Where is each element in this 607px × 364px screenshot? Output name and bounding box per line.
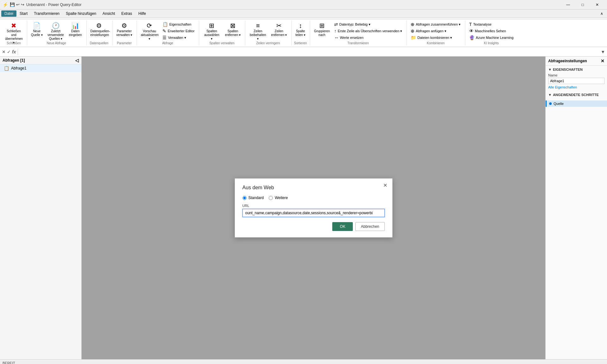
abfragen-anfuegen-button[interactable]: ⊕ Abfragen anfügen ▾ <box>409 28 463 34</box>
eigenschaften-button[interactable]: 📋 Eigenschaften <box>161 21 196 27</box>
textanalyse-icon: T <box>469 22 472 27</box>
close-button[interactable]: ✕ <box>590 0 604 9</box>
maschinelles-sehen-button[interactable]: 👁 Maschinelles Sehen <box>467 28 515 34</box>
radio-weitere[interactable] <box>269 196 273 200</box>
datentyp-icon: ⇄ <box>334 22 338 27</box>
menu-item-extras[interactable]: Extras <box>118 10 135 17</box>
parameter-verwalten-button[interactable]: ⚙ Parameterverwalten ▾ <box>114 21 134 40</box>
gruppieren-button[interactable]: ⊞ Gruppierennach <box>312 21 332 40</box>
zeilen-entfernen-icon: ✂ <box>276 22 282 29</box>
right-panel-close-icon[interactable]: ✕ <box>601 58 604 64</box>
dateien-kombinieren-button[interactable]: 📁 Dateien kombinieren ▾ <box>409 34 463 41</box>
eigenschaften-icon: 📋 <box>162 22 168 27</box>
dateien-icon: 📁 <box>411 35 416 40</box>
group-label-neue-abfrage: Neue Abfrage <box>29 41 84 45</box>
app-logo-icon: ⚡ <box>3 2 8 7</box>
spalten-entfernen-button[interactable]: ⊠ Spaltenentfernen ▾ <box>223 21 242 40</box>
step-dot-icon <box>549 102 552 105</box>
eigenschaften-title: ▼ EIGENSCHAFTEN <box>548 68 604 71</box>
transformieren-col: ⇄ Datentyp: Beliebig ▾ ↑ Erste Zeile als… <box>332 21 404 41</box>
abfragen-zusammenfuehren-button[interactable]: ⊕ Abfragen zusammenführen ▾ <box>409 21 463 27</box>
save-icon[interactable]: 💾 <box>10 2 15 7</box>
formula-fx-icon[interactable]: fx <box>12 49 16 54</box>
ribbon: ✖ Schließen undübernehmen ▾ Schließen 📄 … <box>0 18 607 47</box>
radio-standard-label[interactable]: Standard <box>242 196 264 200</box>
menu-item-spalte[interactable]: Spalte hinzufügen <box>63 10 99 17</box>
azure-ml-button[interactable]: 🔮 Azure Machine Learning <box>467 34 515 41</box>
spalte-teilen-button[interactable]: ↕ Spalteteilen ▾ <box>294 21 308 40</box>
ribbon-group-inner-parameter: ⚙ Parameterverwalten ▾ <box>114 21 134 41</box>
verwalten-icon: ☰ <box>162 35 167 40</box>
ribbon-group-parameter: ⚙ Parameterverwalten ▾ Parameter <box>113 21 137 46</box>
ribbon-group-inner-spalten: ⊞ Spaltenauswählen ▾ ⊠ Spaltenentfernen … <box>201 21 242 41</box>
menu-item-datei[interactable]: Datei <box>1 10 16 17</box>
azure-ml-icon: 🔮 <box>469 35 475 40</box>
title-bar-icons: 💾 ↩ ↪ <box>10 2 24 7</box>
modal-close-button[interactable]: ✕ <box>381 181 390 190</box>
werte-ersetzen-label: Werte ersetzen <box>340 36 363 39</box>
gruppieren-label: Gruppierennach <box>314 29 330 37</box>
redo-icon[interactable]: ↪ <box>21 2 24 7</box>
anfuegen-label: Abfragen anfügen ▾ <box>416 29 446 33</box>
textanalyse-button[interactable]: T Textanalyse <box>467 21 515 27</box>
right-panel-header: Abfrageeinstellungen ✕ <box>546 57 607 66</box>
menu-item-hilfe[interactable]: Hilfe <box>135 10 149 17</box>
modal-title: Aus dem Web <box>242 185 385 191</box>
maximize-button[interactable]: □ <box>575 0 590 9</box>
minimize-button[interactable]: — <box>561 0 575 9</box>
werte-ersetzen-button[interactable]: ↔ Werte ersetzen <box>332 34 404 41</box>
modal-overlay: ✕ Aus dem Web Standard Weitere URL OK <box>82 57 545 359</box>
daten-eingeben-label: Dateneingeben <box>69 29 82 37</box>
menu-item-start[interactable]: Start <box>16 10 31 17</box>
parameter-icon: ⚙ <box>121 22 127 29</box>
collapse-ribbon-button[interactable]: ∧ <box>598 11 606 16</box>
zeilen-beibehalten-button[interactable]: ≡ Zeilenbeibehalten ▾ <box>247 21 268 40</box>
erste-zeile-button[interactable]: ↑ Erste Zeile als Überschriften verwende… <box>332 28 404 34</box>
spalten-auswaehlen-label: Spaltenauswählen ▾ <box>203 29 220 41</box>
modal-dialog: ✕ Aus dem Web Standard Weitere URL OK <box>235 178 393 238</box>
right-panel: Abfrageeinstellungen ✕ ▼ EIGENSCHAFTEN N… <box>545 57 607 359</box>
formula-expand-icon[interactable]: ▼ <box>601 49 605 54</box>
menu-item-transformieren[interactable]: Transformieren <box>31 10 63 17</box>
datentyp-button[interactable]: ⇄ Datentyp: Beliebig ▾ <box>332 21 404 27</box>
daten-eingeben-button[interactable]: 📊 Dateneingeben <box>67 21 84 40</box>
alle-eigenschaften-link[interactable]: Alle Eigenschaften <box>548 85 604 89</box>
spalte-teilen-label: Spalteteilen ▾ <box>296 29 306 37</box>
verwalten-button[interactable]: ☰ Verwalten ▾ <box>161 34 196 41</box>
erweiterter-editor-icon: ✎ <box>162 28 166 33</box>
sidebar-item-abfrage1[interactable]: 📋 Abfrage1 <box>0 64 81 72</box>
url-input[interactable] <box>242 209 385 217</box>
content-area: ✕ Aus dem Web Standard Weitere URL OK <box>82 57 545 359</box>
vorschau-button[interactable]: ⟳ Vorschauaktualisieren ▾ <box>139 21 160 40</box>
formula-cancel-icon[interactable]: ✕ <box>2 49 6 54</box>
zuletzt-button[interactable]: 🕐 Zuletzt verwendeteQuellen ▾ <box>45 21 66 40</box>
radio-standard[interactable] <box>242 196 247 200</box>
sidebar-collapse-icon[interactable]: ◁ <box>75 58 79 63</box>
formula-confirm-icon[interactable]: ✓ <box>7 49 11 54</box>
erweiterter-editor-button[interactable]: ✎ Erweiterter Editor <box>161 28 196 34</box>
ribbon-group-inner-sortieren: ↕ Spalteteilen ▾ <box>294 21 308 41</box>
cancel-button[interactable]: Abbrechen <box>355 222 384 231</box>
schliessen-button[interactable]: ✖ Schließen undübernehmen ▾ <box>3 21 24 40</box>
ribbon-group-inner-kombinieren: ⊕ Abfragen zusammenführen ▾ ⊕ Abfragen a… <box>409 21 463 41</box>
datentyp-label: Datentyp: Beliebig ▾ <box>339 22 370 27</box>
neue-quelle-button[interactable]: 📄 NeueQuelle ▾ <box>29 21 45 40</box>
formula-input[interactable] <box>20 50 599 54</box>
formula-bar: ✕ ✓ fx ▼ <box>0 47 607 57</box>
vorschau-label: Vorschauaktualisieren ▾ <box>141 29 158 41</box>
spalten-auswaehlen-button[interactable]: ⊞ Spaltenauswählen ▾ <box>201 21 222 40</box>
step-quelle[interactable]: Quelle <box>546 100 607 107</box>
ok-button[interactable]: OK <box>332 222 353 231</box>
radio-weitere-label[interactable]: Weitere <box>269 196 288 200</box>
datenquelleneinstellungen-icon: ⚙ <box>96 22 102 29</box>
group-label-schliessen: Schließen <box>3 41 24 45</box>
modal-radio-group: Standard Weitere <box>242 196 385 200</box>
ribbon-group-sortieren: ↕ Spalteteilen ▾ Sortieren <box>292 21 310 46</box>
undo-icon[interactable]: ↩ <box>16 2 20 7</box>
name-input[interactable] <box>548 78 604 84</box>
ribbon-group-ki: T Textanalyse 👁 Maschinelles Sehen 🔮 Azu… <box>466 21 518 46</box>
datenquelleneinstellungen-button[interactable]: ⚙ Datenquellen-einstellungen <box>89 21 110 40</box>
zeilen-entfernen-button[interactable]: ✂ Zeilenentfernen ▾ <box>269 21 289 40</box>
ribbon-group-datenquellen: ⚙ Datenquellen-einstellungen Datenquelle… <box>87 21 113 46</box>
menu-item-ansicht[interactable]: Ansicht <box>99 10 118 17</box>
